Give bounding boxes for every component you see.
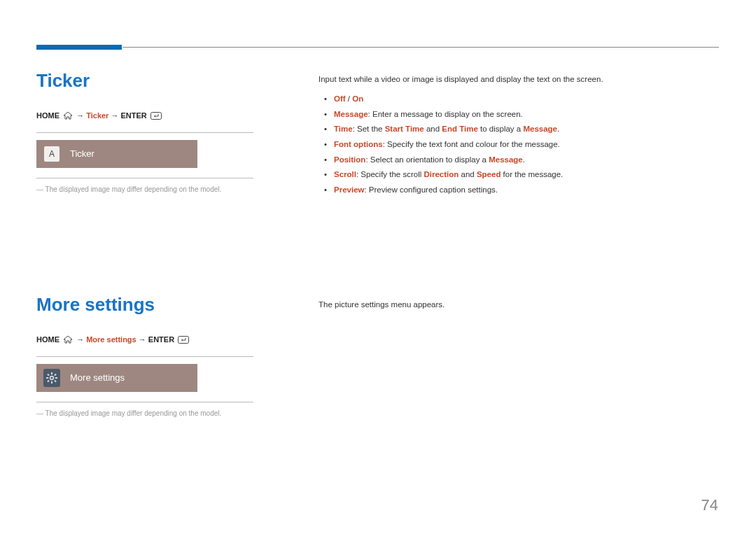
- list-item: Preview: Preview configured caption sett…: [318, 183, 718, 197]
- list-item: Off / On: [318, 92, 718, 106]
- page-number: 74: [701, 496, 718, 514]
- nav-ticker-label: Ticker: [86, 111, 108, 120]
- heading-ticker: Ticker: [36, 70, 288, 92]
- header-rule: [122, 47, 719, 48]
- divider: [36, 178, 253, 178]
- svg-rect-5: [46, 377, 48, 379]
- arrow-icon: →: [76, 335, 84, 344]
- arrow-icon: →: [76, 111, 84, 120]
- section-ticker-right: Input text while a video or image is dis…: [318, 73, 718, 198]
- arrow-icon: →: [139, 335, 146, 344]
- svg-rect-1: [178, 336, 189, 343]
- svg-rect-10: [54, 379, 57, 382]
- nav-enter-label: ENTER: [148, 335, 174, 344]
- section-more-settings-left: More settings HOME → More settings → ENT…: [36, 294, 288, 417]
- note-text: The displayed image may differ depending…: [36, 409, 288, 417]
- list-item: Time: Set the Start Time and End Time to…: [318, 122, 718, 136]
- svg-point-11: [50, 377, 52, 379]
- svg-rect-6: [55, 377, 57, 379]
- svg-rect-8: [54, 373, 57, 376]
- body-text: The picture settings menu appears.: [318, 298, 718, 311]
- header-accent-bar: [36, 45, 122, 50]
- enter-icon: [150, 112, 162, 121]
- list-item: Message: Enter a message to display on t…: [318, 108, 718, 122]
- menu-label: Ticker: [70, 148, 94, 159]
- section-ticker-left: Ticker HOME → Ticker → ENTER A Ticker Th…: [36, 70, 288, 193]
- svg-rect-7: [47, 373, 50, 376]
- home-icon: [63, 112, 73, 121]
- nav-home-label: HOME: [36, 111, 59, 120]
- svg-rect-3: [51, 372, 52, 374]
- breadcrumb-more-settings: HOME → More settings → ENTER: [36, 335, 288, 345]
- nav-home-label: HOME: [36, 335, 59, 344]
- nav-more-settings-label: More settings: [86, 335, 136, 344]
- nav-enter-label: ENTER: [121, 111, 147, 120]
- ticker-a-icon: A: [43, 146, 60, 162]
- menu-item-ticker: A Ticker: [36, 140, 197, 168]
- divider: [36, 356, 253, 357]
- home-icon: [63, 336, 73, 345]
- menu-label: More settings: [70, 372, 125, 383]
- divider: [36, 132, 253, 133]
- breadcrumb-ticker: HOME → Ticker → ENTER: [36, 111, 288, 121]
- list-item: Font options: Specify the text font and …: [318, 138, 718, 152]
- divider: [36, 402, 253, 402]
- note-text: The displayed image may differ depending…: [36, 185, 288, 193]
- enter-icon: [178, 336, 189, 345]
- intro-text: Input text while a video or image is dis…: [318, 73, 718, 85]
- gear-icon: [43, 370, 60, 386]
- svg-rect-9: [47, 379, 50, 382]
- list-item: Position: Select an orientation to displ…: [318, 153, 718, 167]
- list-item: Scroll: Specify the scroll Direction and…: [318, 168, 718, 182]
- section-more-settings-right: The picture settings menu appears.: [318, 298, 718, 311]
- svg-rect-4: [51, 381, 52, 383]
- svg-rect-0: [150, 112, 161, 119]
- menu-item-more-settings: More settings: [36, 364, 197, 392]
- heading-more-settings: More settings: [36, 294, 288, 316]
- arrow-icon: →: [111, 111, 118, 120]
- options-list: Off / On Message: Enter a message to dis…: [318, 92, 718, 197]
